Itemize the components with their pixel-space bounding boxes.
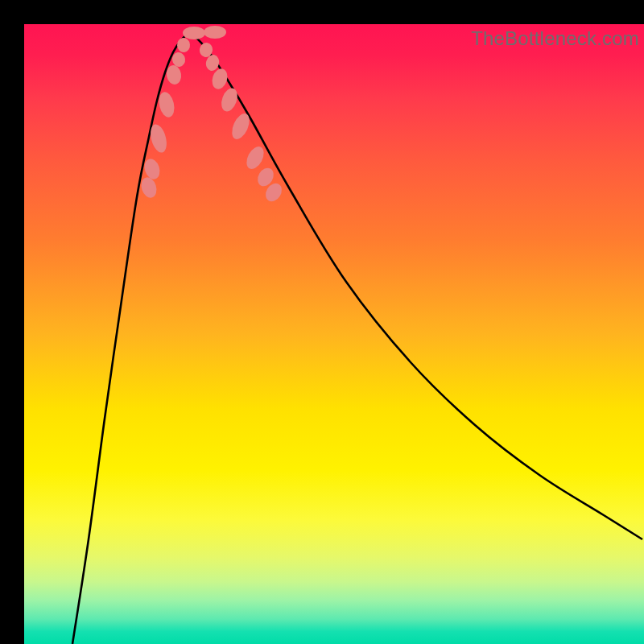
bead-marker xyxy=(171,52,186,68)
bead-marker xyxy=(243,144,267,172)
chart-frame: TheBottleneck.com xyxy=(0,0,644,644)
marker-group xyxy=(138,26,285,204)
left-curve xyxy=(72,32,189,644)
right-curve xyxy=(189,32,642,539)
curve-layer xyxy=(24,24,644,644)
plot-area: TheBottleneck.com xyxy=(24,24,644,644)
bead-marker xyxy=(218,86,240,114)
bead-marker xyxy=(204,26,226,39)
bead-marker xyxy=(142,157,162,181)
watermark-label: TheBottleneck.com xyxy=(471,27,639,50)
bead-marker xyxy=(183,27,205,39)
bead-marker xyxy=(157,90,177,118)
bead-marker xyxy=(138,175,159,200)
bead-marker xyxy=(176,37,191,53)
